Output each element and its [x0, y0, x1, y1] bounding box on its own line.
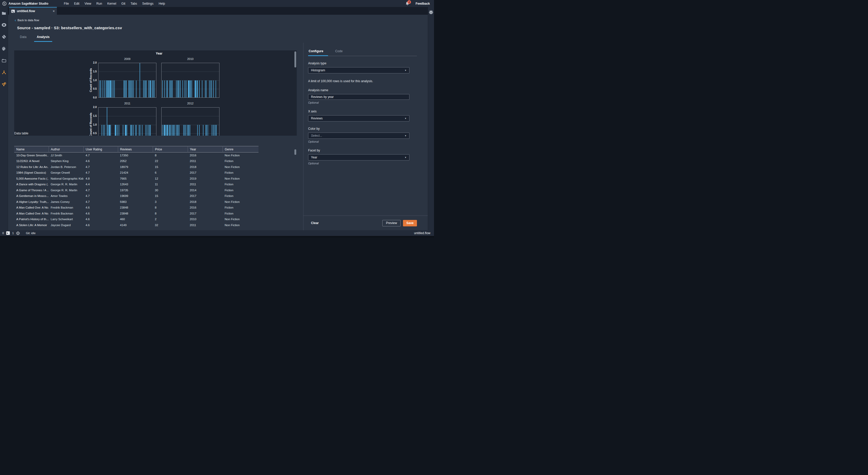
optional-hint: Optional: [308, 140, 409, 143]
histogram-bar: [169, 125, 169, 136]
column-header-author[interactable]: Author: [49, 146, 84, 153]
experiments-cluster-icon[interactable]: [0, 68, 8, 76]
menu-item-tabs[interactable]: Tabs: [130, 2, 137, 5]
histogram-bar: [165, 125, 165, 136]
table-row[interactable]: 10-Day Green Smoothi...JJ Smith4.7173508…: [14, 153, 258, 158]
notifications-button[interactable]: 4: [405, 1, 410, 6]
menu-item-view[interactable]: View: [85, 2, 91, 5]
cpu-icon[interactable]: [16, 231, 20, 235]
histogram-bar: [215, 125, 216, 136]
histogram-bar: [131, 125, 131, 136]
histogram-bar: [107, 107, 107, 136]
histogram-bar: [186, 81, 186, 98]
terminal-icon[interactable]: $_: [6, 231, 10, 235]
cell: 11/22/63: A Novel: [14, 158, 49, 164]
histogram-bar: [191, 81, 192, 98]
menu-item-git[interactable]: Git: [122, 2, 125, 5]
preview-button[interactable]: Preview: [382, 220, 401, 226]
histogram-bar: [149, 81, 150, 98]
column-header-price[interactable]: Price: [153, 146, 188, 153]
menu-item-file[interactable]: File: [64, 2, 69, 5]
column-header-genre[interactable]: Genre: [222, 146, 258, 153]
menu-item-edit[interactable]: Edit: [74, 2, 80, 5]
tab-code[interactable]: Code: [335, 50, 347, 56]
histogram-bar: [167, 125, 168, 136]
commands-palette-icon[interactable]: [0, 45, 8, 53]
menu-item-run[interactable]: Run: [96, 2, 102, 5]
histogram-bar: [136, 81, 136, 98]
menu-item-help[interactable]: Help: [159, 2, 165, 5]
table-row[interactable]: A Man Called Ove: A No...Fredrik Backman…: [14, 211, 258, 217]
histogram-bar: [135, 125, 136, 136]
histogram-bar: [171, 81, 172, 98]
histogram-bar: [165, 125, 166, 136]
data-table[interactable]: NameAuthorUser RatingReviewsPriceYearGen…: [14, 146, 297, 229]
histogram-bar: [103, 125, 104, 136]
table-row[interactable]: 12 Rules for Life: An An...Jordan B. Pet…: [14, 164, 258, 170]
analysis-type-select[interactable]: Histogram ▼: [308, 67, 409, 73]
running-kernels-icon[interactable]: [0, 21, 8, 29]
save-button[interactable]: Save: [403, 220, 417, 226]
histogram-bar: [172, 81, 173, 98]
clear-button[interactable]: Clear: [311, 221, 319, 225]
gear-icon[interactable]: [429, 10, 433, 230]
table-row[interactable]: A Stolen Life: A MemoirJaycee Dugard4.64…: [14, 222, 258, 228]
table-row[interactable]: 5,000 Awesome Facts (...National Geograp…: [14, 176, 258, 182]
feedback-button[interactable]: Feedback: [416, 2, 430, 5]
open-tabs-icon[interactable]: [0, 57, 8, 65]
facet-panel-2012: [161, 107, 219, 136]
cell: 15: [153, 193, 188, 199]
cell: Fiction: [222, 170, 258, 176]
x-axis-select[interactable]: Reviews ▼: [308, 115, 409, 122]
cell: A Man Called Ove: A No...: [14, 205, 49, 211]
histogram-bar: [179, 81, 179, 98]
histogram-bar: [112, 81, 112, 98]
pipeline-graph-icon[interactable]: [0, 81, 8, 88]
table-row[interactable]: A Higher Loyalty: Truth,...James Comey4.…: [14, 199, 258, 205]
table-row[interactable]: 11/22/63: A NovelStephen King4.620522220…: [14, 158, 258, 164]
cell: 22: [153, 158, 188, 164]
table-scrollbar[interactable]: [294, 149, 296, 155]
histogram-bar: [185, 125, 186, 136]
histogram-bar: [209, 81, 210, 98]
tab-configure[interactable]: Configure: [308, 50, 328, 56]
table-row[interactable]: A Dance with Dragons (...George R. R. Ma…: [14, 182, 258, 187]
histogram-chart[interactable]: Year20092.01.51.00.50.0Count of Records2…: [14, 51, 297, 136]
tab-untitled-flow[interactable]: untitled.flow ×: [9, 7, 57, 15]
cell: 32: [153, 222, 188, 228]
right-sidebar: [428, 7, 434, 230]
cell: A Man Called Ove: A No...: [14, 211, 49, 217]
git-icon[interactable]: [0, 33, 8, 41]
histogram-bar: [210, 81, 211, 98]
histogram-bar: [189, 81, 189, 98]
histogram-bar: [206, 81, 207, 98]
column-header-name[interactable]: Name: [14, 146, 49, 153]
close-icon[interactable]: ×: [53, 9, 55, 13]
table-row[interactable]: A Man Called Ove: A No...Fredrik Backman…: [14, 205, 258, 211]
column-header-reviews[interactable]: Reviews: [118, 146, 153, 153]
color-by-select[interactable]: Select... ▼: [308, 133, 409, 139]
file-browser-icon[interactable]: [0, 9, 8, 17]
menu-item-kernel[interactable]: Kernel: [107, 2, 116, 5]
analysis-name-input[interactable]: Reviews by year: [308, 94, 409, 100]
tab-bar: untitled.flow ×: [8, 7, 428, 15]
histogram-bar: [107, 125, 108, 136]
table-row[interactable]: 1984 (Signet Classics)George Orwell4.721…: [14, 170, 258, 176]
cell: 4149: [118, 222, 153, 228]
menu-item-settings[interactable]: Settings: [142, 2, 153, 5]
facet-by-select[interactable]: Year ▼: [308, 154, 409, 160]
histogram-bar: [184, 125, 185, 136]
git-status: Git: idle: [26, 231, 35, 235]
data-table-label: Data table: [14, 131, 28, 135]
chart-scrollbar[interactable]: [294, 52, 296, 67]
flow-icon: [11, 9, 15, 13]
cell: Fiction: [222, 187, 258, 193]
table-row[interactable]: A Gentleman in Mosco...Amor Towles4.7196…: [14, 193, 258, 199]
table-row[interactable]: A Game of Thrones / A ...George R. R. Ma…: [14, 187, 258, 193]
histogram-bar: [189, 125, 189, 136]
cell: 4.7: [84, 193, 118, 199]
column-header-user-rating[interactable]: User Rating: [84, 146, 118, 153]
column-header-year[interactable]: Year: [188, 146, 222, 153]
histogram-bar: [187, 125, 187, 136]
table-row[interactable]: A Patriot's History of th...Larry Schwei…: [14, 216, 258, 222]
